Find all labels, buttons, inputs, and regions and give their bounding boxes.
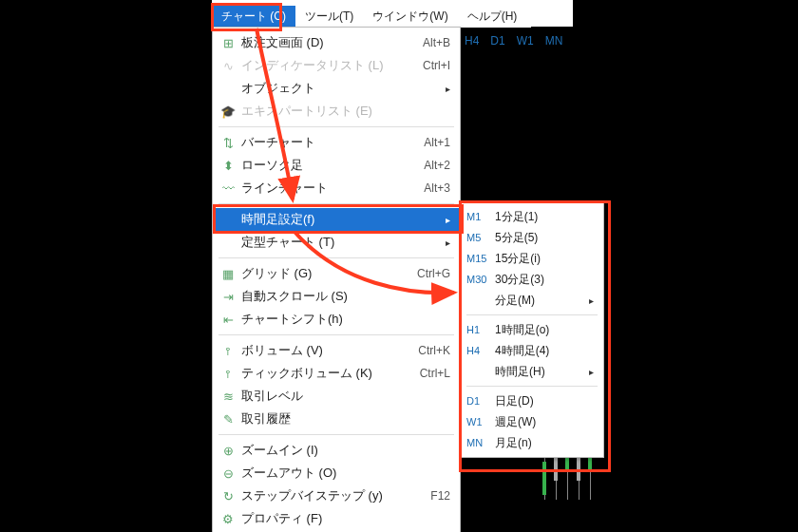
- menu-item[interactable]: ↻ステップバイステップ (y)F12: [213, 484, 460, 507]
- submenu-item[interactable]: M55分足(5): [461, 227, 603, 248]
- menu-item[interactable]: ⫯ボリューム (V)Ctrl+K: [213, 339, 460, 362]
- menu-item[interactable]: ≋取引レベル: [213, 385, 460, 408]
- menu-item-label: 自動スクロール (S): [238, 288, 450, 305]
- submenu-item[interactable]: 分足(M)▸: [461, 290, 603, 311]
- menu-item-label: プロパティ (F): [238, 510, 450, 527]
- timeframe-code: M5: [466, 232, 495, 243]
- menu-item-label: エキスパートリスト (E): [238, 103, 450, 120]
- menu-item[interactable]: ⊞板注文画面 (D)Alt+B: [213, 31, 460, 54]
- submenu-arrow-icon: ▸: [586, 367, 594, 377]
- menu-item-label: グリッド (G): [238, 265, 406, 282]
- menu-item[interactable]: ⇥自動スクロール (S): [213, 285, 460, 308]
- menu-item-label: 時間足設定(f): [238, 211, 441, 228]
- timeframe-code: D1: [466, 395, 495, 407]
- submenu-item-label: 週足(W): [495, 414, 594, 430]
- menu-item-accelerator: Alt+1: [412, 136, 450, 149]
- timeframe-code: M15: [466, 253, 495, 264]
- menu-tools[interactable]: ツール(T): [295, 6, 363, 28]
- menu-item[interactable]: ⇅バーチャートAlt+1: [213, 131, 460, 154]
- menu-item[interactable]: ⫯ティックボリューム (K)Ctrl+L: [213, 362, 460, 385]
- menu-item-icon: ⬍: [218, 159, 238, 173]
- menu-item[interactable]: ▦グリッド (G)Ctrl+G: [213, 262, 460, 285]
- menu-item-accelerator: F12: [419, 489, 450, 503]
- submenu-item-label: 月足(n): [495, 435, 594, 451]
- submenu-item[interactable]: M3030分足(3): [461, 269, 603, 290]
- submenu-item-label: 4時間足(4): [495, 343, 594, 359]
- menu-item-icon: ≋: [218, 390, 238, 404]
- menu-item[interactable]: オブジェクト▸: [213, 77, 460, 100]
- menu-item[interactable]: ⬍ローソク足Alt+2: [213, 154, 460, 177]
- timeframe-code: M30: [466, 274, 495, 285]
- menu-item: 🎓エキスパートリスト (E): [213, 100, 460, 123]
- menu-item[interactable]: ⊖ズームアウト (O): [213, 462, 460, 484]
- submenu-arrow-icon: ▸: [441, 215, 450, 225]
- menu-item-icon: ⇅: [218, 136, 238, 150]
- menu-item[interactable]: ⚙プロパティ (F): [213, 507, 460, 530]
- submenu-item[interactable]: 時間足(H)▸: [461, 361, 603, 382]
- menu-item-label: ズームイン (I): [238, 442, 450, 459]
- menu-item-icon: ⇤: [218, 313, 238, 327]
- submenu-item-label: 30分足(3): [495, 272, 594, 288]
- menu-help[interactable]: ヘルプ(H): [458, 6, 527, 28]
- menu-chart[interactable]: チャート (C): [212, 6, 295, 28]
- tf-button-mn[interactable]: MN: [545, 34, 563, 48]
- menu-item-label: ステップバイステップ (y): [238, 487, 419, 504]
- menu-item-label: バーチャート: [238, 134, 412, 151]
- menu-item: ∿インディケータリスト (L)Ctrl+I: [213, 54, 460, 77]
- timeframe-submenu: M11分足(1)M55分足(5)M1515分足(i)M3030分足(3)分足(M…: [460, 201, 604, 458]
- submenu-item[interactable]: W1週足(W): [461, 411, 603, 432]
- submenu-item[interactable]: M1515分足(i): [461, 248, 603, 269]
- menu-item-icon: ✎: [218, 412, 238, 427]
- menu-item[interactable]: ⇤チャートシフト(h): [213, 308, 460, 331]
- menu-item[interactable]: ⊕ズームイン (I): [213, 439, 460, 462]
- menu-item-label: ティックボリューム (K): [238, 365, 408, 382]
- chart-dropdown: ⊞板注文画面 (D)Alt+B∿インディケータリスト (L)Ctrl+Iオブジェ…: [212, 27, 461, 532]
- submenu-separator: [466, 314, 598, 315]
- timeframe-toolbar: H4 D1 W1 MN: [465, 30, 562, 51]
- menu-item-label: インディケータリスト (L): [238, 57, 411, 74]
- tf-button-h4[interactable]: H4: [465, 34, 479, 48]
- submenu-arrow-icon: ▸: [441, 238, 450, 248]
- menu-item[interactable]: 定型チャート (T)▸: [213, 231, 460, 254]
- submenu-item[interactable]: M11分足(1): [461, 206, 603, 227]
- submenu-item-label: 日足(D): [495, 393, 594, 409]
- menu-item[interactable]: ✎取引履歴: [213, 408, 460, 430]
- menu-separator: [218, 203, 454, 204]
- menu-item-icon: ⊕: [218, 444, 238, 458]
- menu-separator: [218, 257, 454, 258]
- menu-item-icon: ∿: [218, 59, 238, 73]
- submenu-item-label: 分足(M): [495, 293, 586, 309]
- menu-item-accelerator: Ctrl+I: [411, 59, 450, 72]
- submenu-item-label: 1時間足(o): [495, 322, 594, 338]
- submenu-item-label: 1分足(1): [495, 209, 594, 225]
- timeframe-code: M1: [466, 211, 495, 222]
- submenu-item-label: 15分足(i): [495, 251, 594, 267]
- tf-button-d1[interactable]: D1: [490, 34, 504, 48]
- menu-item-label: 取引レベル: [238, 388, 450, 405]
- submenu-item[interactable]: MN月足(n): [461, 432, 603, 453]
- menu-item-accelerator: Alt+2: [412, 159, 450, 172]
- menu-item-label: 定型チャート (T): [238, 234, 441, 251]
- submenu-item[interactable]: H11時間足(o): [461, 319, 603, 340]
- menu-item[interactable]: 時間足設定(f)▸: [213, 208, 460, 231]
- menu-item[interactable]: 〰ラインチャートAlt+3: [213, 177, 460, 200]
- menu-item-accelerator: Alt+B: [411, 36, 450, 49]
- menu-item-icon: ⊖: [218, 466, 238, 481]
- menu-item-icon: ▦: [218, 267, 238, 281]
- menu-item-label: オブジェクト: [238, 80, 441, 97]
- menu-item-icon: ⫯: [218, 367, 238, 381]
- submenu-item[interactable]: D1日足(D): [461, 390, 603, 411]
- submenu-item[interactable]: H44時間足(4): [461, 340, 603, 361]
- window-stage: { "menubar": { "items": [ { "label": "チャ…: [0, 0, 798, 532]
- timeframe-code: MN: [466, 437, 495, 448]
- menu-item-label: ズームアウト (O): [238, 465, 450, 482]
- menu-item-accelerator: Ctrl+K: [407, 344, 450, 357]
- menu-item-label: 板注文画面 (D): [238, 34, 411, 51]
- tf-button-w1[interactable]: W1: [517, 34, 534, 48]
- menu-item-icon: 🎓: [218, 104, 238, 119]
- menu-separator: [218, 434, 454, 435]
- menu-window[interactable]: ウインドウ(W): [363, 6, 457, 28]
- submenu-arrow-icon: ▸: [441, 84, 450, 94]
- menu-item-accelerator: Alt+3: [412, 181, 450, 195]
- menu-item-label: 取引履歴: [238, 410, 450, 428]
